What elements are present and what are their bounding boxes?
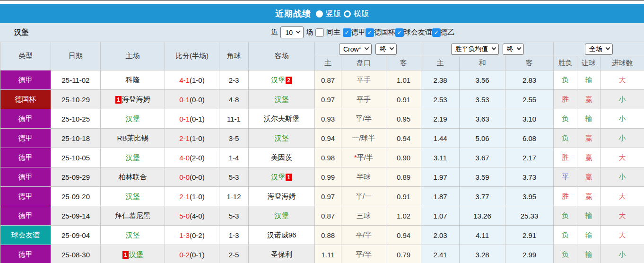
team-name: 汉堡 [14,28,28,37]
full-time-score: 0-2 [179,251,190,259]
home-team-cell: 科隆 [101,70,165,90]
score-cell: 2-1(1-0) [165,129,219,148]
home-team-name: RB莱比锡 [117,134,148,142]
avg-draw-odds: 3.56 [460,70,505,90]
handicap-home-odds: 0.99 [315,167,341,187]
avg-home-odds: 1.87 [421,187,460,206]
league-checkbox-label: 德国杯 [374,28,395,37]
radio-horizontal-label[interactable]: 横版 [354,9,369,19]
league-checkbox-label: 德乙 [441,28,455,37]
handicap-away-odds: 0.95 [386,109,421,129]
result-text: 负 [562,250,569,258]
handicap-line-text: 平/半 [356,250,372,258]
result-cell: 负 [554,206,577,226]
score-cell: 0-0(0-0) [165,167,219,187]
half-time-score: (0-1) [190,115,205,123]
handicap-time-select[interactable]: 终 [375,44,397,55]
table-row: 德国杯25-10-291海登海姆0-1(0-0)4-8汉堡0.97平手0.912… [0,90,644,109]
handicap-line-text: 平/半 [357,153,373,161]
table-row: 德甲25-08-301汉堡0-2(0-1)2-5圣保利1.11平/半0.792.… [0,245,644,263]
away-team-name: 汉堡 [271,76,285,84]
goals-result-text: 小 [619,173,626,181]
home-team-cell: 1海登海姆 [101,90,165,109]
handicap-line: 一/球半 [341,129,386,148]
league-checkbox[interactable]: ✓ [366,28,374,37]
avg-time-select[interactable]: 终 [503,44,524,55]
away-team-cell: 汉诺威96 [249,226,315,245]
home-team-cell: 柏林联合 [101,167,165,187]
bookmaker-select[interactable]: Crow* [339,44,372,55]
result-group-header: 全场 [554,42,644,56]
page-title: 近期战绩 [275,8,311,19]
league-checkbox[interactable]: ✓ [432,28,441,37]
handicap-result-cell: 输 [577,70,600,90]
league-cell: 德甲 [0,70,51,90]
home-team-cell: 汉堡 [101,226,165,245]
full-time-score: 0-0 [179,173,190,181]
avg-home-odds: 3.11 [421,148,460,167]
table-row: 德甲25-09-20汉堡2-1(1-0)1-12海登海姆0.97半/一0.911… [0,187,644,206]
same-home-checkbox[interactable] [315,28,324,37]
result-text: 负 [562,114,569,123]
league-filter-group: ✓德甲✓德国杯✓球会友谊✓德乙 [343,28,455,37]
title-bar: 近期战绩 竖版 横版 [0,4,644,23]
league-filter-1: ✓德甲 [343,28,366,37]
near-label: 近 [271,28,278,37]
handicap-line: 平手 [341,90,386,109]
away-team-cell: 汉堡 [249,90,315,109]
league-cell: 球会友谊 [0,226,51,245]
scope-select[interactable]: 全场 [585,44,613,55]
half-time-score: (0-0) [190,96,205,104]
matches-label: 场 [306,28,313,37]
goals-result-cell: 小 [600,109,644,129]
away-team-name: 汉堡 [275,211,289,219]
rank-badge: 1 [286,174,292,181]
avg-home-odds: 1.44 [421,129,460,148]
sub-header-goals: 进球数 [600,56,644,70]
league-filter-4: ✓德乙 [432,28,455,37]
handicap-result-text: 赢 [585,192,592,200]
radio-vertical-label[interactable]: 竖版 [326,9,341,19]
league-cell: 德甲 [0,109,51,129]
goals-result-cell: 小 [600,167,644,187]
chevron-down-icon [365,45,369,50]
league-cell: 德甲 [0,206,51,226]
full-time-score: 1-3 [179,231,190,239]
home-team-name: 汉堡 [126,231,140,239]
bookmaker-select-value: Crow* [343,45,361,53]
away-team-name: 圣保利 [271,250,292,258]
result-text: 胜 [562,153,569,161]
handicap-home-odds: 0.87 [315,206,341,226]
corners-cell: 3-5 [219,129,249,148]
home-team-name: 海登海姆 [122,95,150,103]
corners-cell: 2-3 [219,70,249,90]
sub-header-handicap-away: 客 [386,56,421,70]
score-cell: 0-2(0-1) [165,245,219,263]
half-time-score: (0-0) [190,173,205,181]
handicap-home-odds: 0.94 [315,129,341,148]
league-checkbox[interactable]: ✓ [395,28,404,37]
radio-horizontal-layout[interactable] [344,10,351,18]
result-text: 负 [562,76,569,84]
half-time-score: (1-0) [190,193,205,201]
league-checkbox[interactable]: ✓ [343,28,351,37]
col-header-home: 主场 [101,42,165,70]
avg-draw-odds: 3.63 [460,109,505,129]
handicap-line-text: 平手 [357,95,371,103]
radio-vertical-layout[interactable] [316,10,323,18]
handicap-result-text: 赢 [585,134,592,142]
home-team-name: 科隆 [126,76,140,84]
match-count-select[interactable]: 10 [280,26,304,38]
avg-odds-group-header: 胜平负均值 终 [421,42,554,56]
avg-odds-select[interactable]: 胜平负均值 [451,44,499,55]
date-cell: 25-09-04 [51,226,101,245]
home-team-cell: 1汉堡 [101,245,165,263]
handicap-line: 三球 [341,206,386,226]
score-cell: 4-1(1-0) [165,70,219,90]
handicap-result-cell: 赢 [577,148,600,167]
away-team-cell: 沃尔夫斯堡 [249,109,315,129]
away-team-cell: 美因茨 [249,148,315,167]
full-time-score: 4-1 [179,76,190,84]
handicap-line-text: 半球 [357,173,371,181]
handicap-result-text: 输 [585,250,592,258]
